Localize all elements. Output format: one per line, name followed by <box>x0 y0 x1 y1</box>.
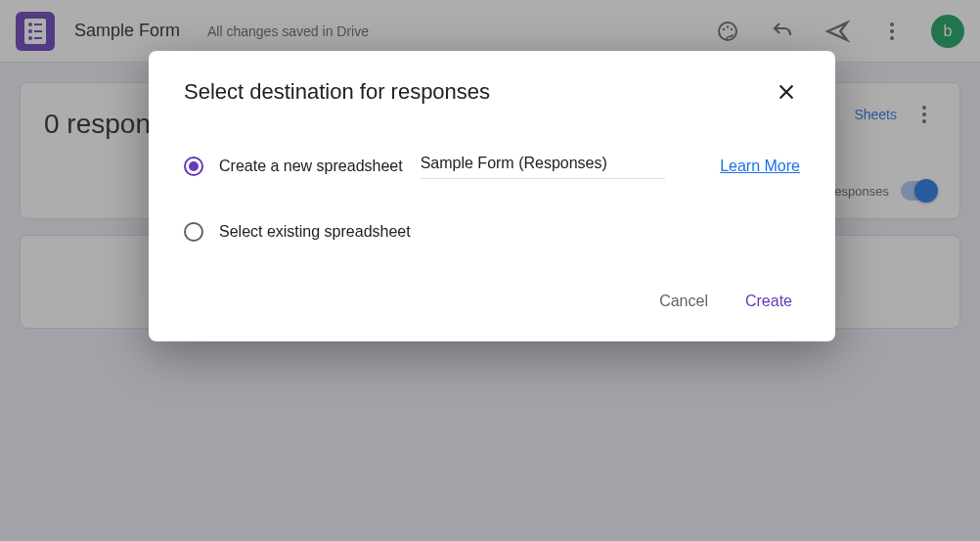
option-create-new[interactable]: Create a new spreadsheet Learn More <box>184 153 800 179</box>
cancel-button[interactable]: Cancel <box>655 285 712 318</box>
spreadsheet-name-input[interactable] <box>421 153 665 179</box>
radio-create-new[interactable] <box>184 157 203 176</box>
dialog-title: Select destination for responses <box>184 79 490 105</box>
app-root: Sample Form All changes saved in Drive b… <box>0 0 980 541</box>
close-icon[interactable] <box>773 78 800 106</box>
learn-more-link[interactable]: Learn More <box>720 158 800 175</box>
create-button[interactable]: Create <box>741 285 796 318</box>
option-select-existing[interactable]: Select existing spreadsheet <box>184 222 800 242</box>
destination-dialog: Select destination for responses Create … <box>149 51 835 341</box>
option-create-new-label: Create a new spreadsheet <box>219 158 403 175</box>
option-select-existing-label: Select existing spreadsheet <box>219 223 411 241</box>
radio-select-existing[interactable] <box>184 222 203 242</box>
